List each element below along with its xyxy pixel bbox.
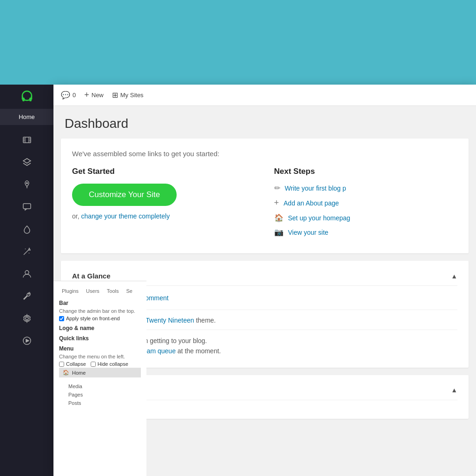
sidebar-item-home[interactable]: Home [0,109,53,125]
view-site-link[interactable]: View your site [288,229,329,236]
or-text: or, change your theme completely [72,212,256,220]
tab-plugins[interactable]: Plugins [59,287,81,295]
add-about-item: + Add an About page [274,198,458,208]
write-blog-item: ✏ Write your first blog p [274,184,458,192]
nav-media[interactable]: Media [59,382,141,390]
chat-icon [22,202,32,212]
sidebar-item-pin[interactable] [0,173,53,196]
apply-style-label: Apply style on front-end [66,316,120,321]
add-about-link[interactable]: Add an About page [284,199,339,207]
tab-tools[interactable]: Tools [104,287,122,295]
nav-pages[interactable]: Pages [59,390,141,399]
camera-icon: 📷 [274,228,284,237]
admin-bar: 💬 0 + New ⊞ My Sites [53,85,476,106]
comment-count-item[interactable]: 💬 0 [61,91,76,99]
setup-homepage-link[interactable]: Set up your homepag [288,214,350,222]
new-button[interactable]: + New [84,90,104,100]
sidebar-item-film[interactable] [0,129,53,151]
next-steps-title: Next Steps [274,167,458,176]
collapse-label: Collapse [66,361,86,367]
svg-line-18 [29,253,29,253]
svg-point-20 [26,317,28,320]
page-title: Dashboard [65,116,465,131]
menu-desc: Change the menu on the left. [59,354,141,359]
comment-icon: 💬 [61,91,70,99]
gear-icon [22,314,32,323]
svg-point-19 [25,271,29,274]
hide-collapse-checkbox[interactable] [91,362,96,367]
page-title-bar: Dashboard [53,106,476,139]
svg-rect-15 [23,204,31,209]
nav-home[interactable]: 🏠 Home [59,368,141,377]
plus-icon: + [84,90,89,100]
browser-container: 💬 0 + New ⊞ My Sites Dashboard We've ass… [53,85,476,476]
overlay-tabs: Plugins Users Tools Se [59,287,141,295]
comment-count: 0 [73,92,76,99]
svg-marker-22 [26,339,29,342]
user-icon [22,269,32,278]
sidebar-item-wand[interactable] [0,240,53,263]
play-icon [22,336,32,345]
view-site-item: 📷 View your site [274,228,458,237]
pin-icon [22,180,32,189]
intro-text: We've assembled some links to get you st… [72,150,457,158]
collapse-icon[interactable]: ▲ [451,272,457,280]
get-started-card: We've assembled some links to get you st… [61,139,469,253]
tab-users[interactable]: Users [83,287,102,295]
wand-icon [22,247,32,256]
settings-overlay: Plugins Users Tools Se Bar Change the ad… [53,281,146,476]
svg-line-16 [24,250,28,255]
menu-label: Menu [59,345,141,352]
film-icon [22,135,32,145]
sidebar-item-user[interactable] [0,263,53,285]
logo-name-label: Logo & name [59,325,141,331]
svg-line-17 [25,249,26,249]
setup-homepage-item: 🏠 Set up your homepag [274,213,458,222]
tab-se[interactable]: Se [124,287,135,295]
sidebar-item-chat[interactable] [0,196,53,218]
background-teal [0,0,476,86]
sidebar: Home [0,85,53,476]
hide-collapse-label: Hide collapse [98,361,128,367]
theme-link[interactable]: Twenty Nineteen [145,317,194,324]
change-theme-link[interactable]: change your theme completely [81,212,170,220]
svg-marker-12 [23,159,31,163]
apply-style-row: Apply style on front-end [59,316,141,321]
layers-icon [22,158,32,167]
sidebar-item-drop[interactable] [0,218,53,240]
quick-links-label: Quick links [59,335,141,342]
headphones-icon [19,88,35,105]
home-icon: 🏠 [274,213,284,222]
get-started-row: Get Started Customize Your Site or, chan… [72,167,457,242]
my-sites-button[interactable]: ⊞ My Sites [112,91,144,99]
sidebar-item-wrench[interactable] [0,285,53,307]
edit-icon: ✏ [274,184,280,192]
sidebar-logo[interactable] [0,85,53,109]
customize-site-button[interactable]: Customize Your Site [72,184,177,206]
drop-icon [22,225,32,234]
svg-point-13 [26,182,28,184]
grid-icon: ⊞ [112,91,118,99]
activity-collapse-icon[interactable]: ▲ [451,386,457,394]
sidebar-item-play[interactable] [0,330,53,352]
sidebar-icons-group [0,125,53,352]
nav-posts[interactable]: Posts [59,399,141,407]
svg-rect-5 [23,137,31,143]
get-started-title: Get Started [72,167,256,176]
at-a-glance-title: At a Glance [72,272,111,280]
admin-bar-section-label: Bar [59,300,141,306]
write-blog-link[interactable]: Write your first blog p [285,185,346,192]
admin-bar-desc: Change the admin bar on the top. [59,308,141,314]
collapse-row: Collapse Hide collapse [59,361,141,367]
wrench-icon [22,291,32,301]
next-steps: Next Steps ✏ Write your first blog p + A… [274,167,458,242]
plus-circle-icon: + [274,198,279,208]
sidebar-item-gear[interactable] [0,307,53,330]
collapse-checkbox[interactable] [59,362,64,367]
apply-style-checkbox[interactable] [59,316,64,321]
get-started-left: Get Started Customize Your Site or, chan… [72,167,256,242]
sidebar-item-layers[interactable] [0,151,53,173]
